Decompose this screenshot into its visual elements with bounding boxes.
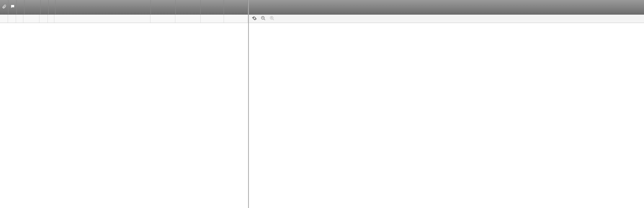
svg-line-6 xyxy=(273,19,274,20)
gantt-pane xyxy=(249,0,644,208)
col-header-task-name[interactable] xyxy=(56,0,151,14)
col-header-assigned-to[interactable] xyxy=(201,0,224,14)
grid-body xyxy=(0,23,248,208)
col-header-comment[interactable] xyxy=(8,0,17,14)
app-root xyxy=(0,0,644,208)
col-header-flag1[interactable] xyxy=(41,0,49,14)
zoom-in-icon[interactable] xyxy=(270,16,275,22)
col-header-info[interactable] xyxy=(17,0,25,14)
paperclip-icon xyxy=(2,4,7,10)
gear-icon[interactable] xyxy=(252,16,257,22)
col-header-pct-complete[interactable] xyxy=(224,0,248,14)
col-header-flag2[interactable] xyxy=(49,0,56,14)
zoom-out-icon[interactable] xyxy=(261,16,266,22)
col-header-end-date[interactable] xyxy=(176,0,201,14)
svg-line-2 xyxy=(264,19,265,20)
gantt-body[interactable] xyxy=(249,23,644,208)
grid-filter-row xyxy=(0,15,248,23)
grid-header xyxy=(0,0,248,15)
gantt-timeline-header xyxy=(249,0,644,15)
gantt-toolbar xyxy=(249,15,644,23)
col-header-start-date[interactable] xyxy=(151,0,176,14)
comment-icon xyxy=(10,4,15,10)
col-header-attachment[interactable] xyxy=(0,0,8,14)
col-header-at-risk[interactable] xyxy=(25,0,41,14)
grid-pane xyxy=(0,0,249,208)
